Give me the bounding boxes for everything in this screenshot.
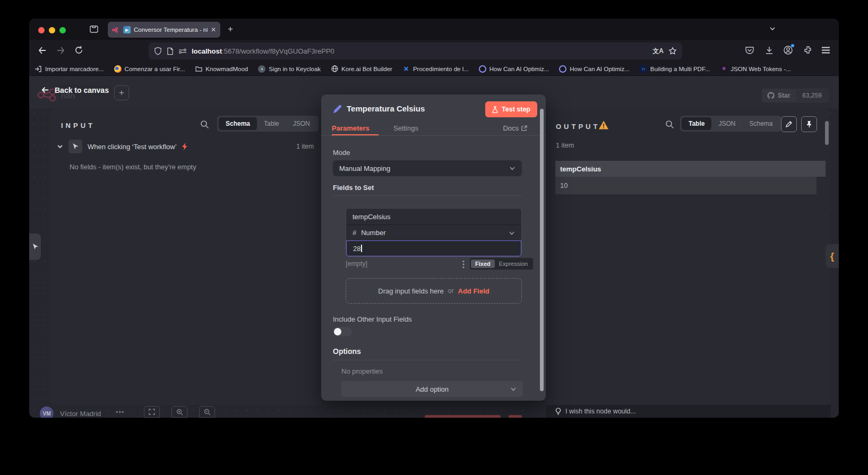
external-link-icon	[521, 125, 527, 131]
output-table-row[interactable]: 10	[555, 177, 817, 194]
docs-link[interactable]: Docs	[503, 124, 527, 132]
bookmark-procedimiento[interactable]: ✕Procedimiento de l...	[402, 65, 469, 73]
bookmark-star-icon[interactable]	[668, 47, 677, 55]
tab-parameters[interactable]: Parameters	[332, 124, 369, 132]
shield-icon[interactable]	[154, 47, 162, 55]
url-text[interactable]: localhost:5678/workflow/f8yVqGUOaF3rePP0	[192, 47, 648, 55]
bookmark-how-can-ai-2[interactable]: How Can AI Optimiz...	[559, 65, 629, 73]
bookmark-how-can-ai-1[interactable]: How Can AI Optimiz...	[479, 65, 549, 73]
avatar[interactable]: VM	[40, 407, 54, 418]
field-name-input[interactable]: tempCelsius	[346, 209, 521, 224]
bookmark-firefox[interactable]: Comenzar a usar Fir...	[114, 65, 185, 73]
lightning-bolt-icon	[182, 143, 188, 150]
chevron-down-icon	[509, 165, 515, 171]
text-caret	[361, 245, 362, 252]
test-step-button[interactable]: Test step	[485, 101, 537, 117]
field-type-select[interactable]: # Number	[346, 224, 521, 240]
output-tab-table[interactable]: Table	[682, 117, 711, 130]
extensions-icon[interactable]	[803, 45, 813, 55]
github-icon	[767, 92, 775, 99]
pocket-icon[interactable]	[745, 46, 754, 55]
bookmark-importar[interactable]: Importar marcadore...	[35, 65, 104, 73]
pin-data-button[interactable]	[801, 116, 817, 132]
bookmark-building-pdf[interactable]: ∩Building a Multi PDF...	[640, 65, 710, 73]
play-favicon: ▶	[123, 26, 131, 33]
test-workflow-button-clipped[interactable]	[425, 415, 501, 418]
node-title[interactable]: Temperatura Celsius	[347, 104, 425, 113]
collapse-chevron-icon[interactable]	[57, 143, 63, 150]
expression-data-tab[interactable]: {	[826, 244, 839, 268]
url-bar[interactable]: localhost:5678/workflow/f8yVqGUOaF3rePP0…	[149, 42, 682, 59]
menu-hamburger-icon[interactable]	[821, 46, 830, 54]
flask-icon	[492, 106, 498, 113]
input-selector-tab[interactable]	[29, 234, 41, 260]
minimize-window-button[interactable]	[49, 27, 55, 33]
list-tabs-chevron-icon[interactable]	[769, 25, 776, 32]
zoom-out-button[interactable]	[199, 406, 215, 418]
new-tab-button[interactable]: +	[228, 24, 233, 34]
pdf-app-icon: ∩	[640, 65, 647, 73]
bookmark-kore[interactable]: Kore.ai Bot Builder	[331, 65, 392, 73]
edit-output-button[interactable]	[781, 116, 797, 132]
drag-field-dropzone[interactable]: Drag input fields here or Add Field	[346, 278, 522, 304]
ring-icon	[559, 65, 566, 73]
mode-select[interactable]: Manual Mapping	[333, 160, 522, 176]
input-tab-schema[interactable]: Schema	[219, 117, 257, 130]
fields-to-set-label: Fields to Set	[333, 184, 374, 192]
modal-scrollbar[interactable]	[540, 109, 544, 391]
output-search-icon[interactable]	[665, 120, 674, 131]
tab-strip: ▶ Conversor Temperatura - n8 ✕ +	[29, 19, 839, 40]
node-feedback-bar[interactable]: I wish this node would...	[546, 405, 831, 418]
back-icon[interactable]	[37, 45, 48, 56]
permissions-icon[interactable]	[178, 48, 187, 54]
firefox-icon	[114, 65, 122, 73]
url-path: :5678/workflow/f8yVqGUOaF3rePP0	[222, 47, 334, 55]
tab-settings[interactable]: Settings	[393, 124, 418, 132]
value-hint: [empty]	[346, 260, 367, 267]
add-option-select[interactable]: Add option	[341, 381, 523, 397]
input-tab-table[interactable]: Table	[257, 117, 286, 130]
browser-tab[interactable]: ▶ Conversor Temperatura - n8 ✕	[108, 22, 220, 38]
input-node-row[interactable]: When clicking ‘Test workflow’ 1 item	[57, 139, 314, 154]
output-scrollbar[interactable]	[825, 121, 829, 145]
lightbulb-icon	[555, 408, 561, 415]
zoom-in-button[interactable]	[171, 406, 187, 418]
forward-icon[interactable]	[55, 45, 66, 56]
user-menu-dots[interactable]: •••	[116, 408, 125, 416]
output-tab-json[interactable]: JSON	[711, 117, 742, 130]
reload-icon[interactable]	[74, 45, 84, 55]
bookmark-jwt[interactable]: ✳JSON Web Tokens -...	[720, 65, 790, 73]
n8n-favicon	[112, 27, 120, 33]
input-tab-json[interactable]: JSON	[286, 117, 317, 130]
node-detail-modal: Temperatura Celsius Test step Parameters…	[321, 94, 546, 401]
fixed-option[interactable]: Fixed	[471, 260, 495, 268]
param-options-dots-icon[interactable]	[462, 260, 465, 271]
output-panel: OUTPUT Table JSON Schema 1 item	[546, 109, 831, 405]
chevron-down-icon	[510, 386, 517, 392]
translate-icon[interactable]: 文A	[652, 47, 664, 56]
close-window-button[interactable]	[38, 27, 45, 33]
output-tab-schema[interactable]: Schema	[742, 117, 779, 130]
input-node-label: When clicking ‘Test workflow’	[88, 143, 177, 151]
include-other-toggle[interactable]	[333, 327, 352, 336]
downloads-icon[interactable]	[764, 46, 774, 55]
bookmark-knowmadmood[interactable]: KnowmadMood	[195, 65, 248, 73]
firefox-view-icon[interactable]	[89, 24, 99, 34]
account-icon[interactable]	[783, 45, 793, 55]
zoom-to-fit-button[interactable]	[144, 406, 160, 418]
back-arrow-icon	[41, 85, 50, 94]
input-search-icon[interactable]	[200, 120, 209, 131]
tab-close-icon[interactable]: ✕	[211, 26, 216, 33]
back-to-canvas-button[interactable]: Back to canvas	[41, 85, 109, 94]
field-value-input[interactable]: 28	[346, 240, 521, 256]
expression-option[interactable]: Expression	[495, 260, 532, 268]
page-info-icon[interactable]	[167, 47, 174, 55]
keycloak-icon: ◖	[258, 65, 265, 73]
add-node-button[interactable]: +	[114, 85, 129, 100]
bookmark-keycloak[interactable]: ◖Sign in to Keycloak	[258, 65, 321, 73]
output-display-mode-tabs: Table JSON Schema	[680, 116, 781, 132]
stop-button-clipped[interactable]	[509, 415, 522, 418]
zoom-window-button[interactable]	[59, 27, 66, 33]
github-star-widget[interactable]: Star 63,259	[762, 89, 829, 102]
add-field-link[interactable]: Add Field	[458, 287, 489, 295]
